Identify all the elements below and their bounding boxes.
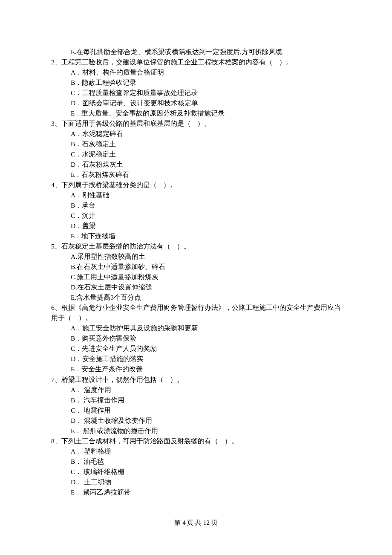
q8-option-b: B． 油毛毡	[51, 457, 341, 467]
q6-option-e: E．安全生产条件的改善	[51, 364, 341, 374]
q7-option-b: B． 汽车撞击作用	[51, 395, 341, 405]
q8-stem: 8、下列土工合成材料，可用于防治路面反射裂缝的有（ ）。	[51, 436, 341, 446]
q6-stem: 6、根据《高危行业企业安全生产费用财务管理暂行办法》，公路工程施工中的安全生产费…	[51, 303, 341, 323]
q4-option-e: E．地下连续墙	[51, 231, 341, 241]
q3-option-b: B．石灰稳定土	[51, 139, 341, 149]
q3-option-d: D．石灰粉煤灰土	[51, 159, 341, 170]
q7-stem: 7、桥梁工程设计中，偶然作用包括（ ）。	[51, 375, 341, 385]
q5-option-b: B.在石灰土中适量掺加砂、碎石	[51, 262, 341, 272]
q5-option-d: D.在石灰土层中设置伸缩缝	[51, 282, 341, 292]
q2-option-b: B．隐蔽工程验收记录	[51, 78, 341, 88]
q4-option-c: C．沉井	[51, 211, 341, 221]
q7-option-e: E． 船舶或漂流物的撞击作用	[51, 426, 341, 436]
q3-option-e: E．石灰粉煤灰碎石	[51, 170, 341, 180]
q6-option-d: D．安全施工措施的落实	[51, 354, 341, 364]
q8-option-d: D． 土工织物	[51, 477, 341, 487]
q6-option-c: C．先进安全生产人员的奖励	[51, 344, 341, 354]
q5-option-a: A.采用塑性指数较高的土	[51, 251, 341, 262]
q2-option-a: A．材料、构件的质量合格证明	[51, 67, 341, 78]
q4-option-b: B．承台	[51, 200, 341, 211]
q8-option-e: E． 聚丙乙烯拉筋带	[51, 487, 341, 497]
q1-option-e: E.在每孔拱肋全部合龙、横系梁戓横隔板达到一定强度后,方可拆除风缆	[51, 47, 341, 57]
page-footer: 第 4 页 共 12 页	[0, 518, 392, 528]
q7-option-d: D． 混凝土收缩及徐变作用	[51, 416, 341, 426]
q2-option-c: C．工程质量检查评定和质量事故处理记录	[51, 88, 341, 98]
q5-option-e: E.含水量提高3个百分点	[51, 292, 341, 303]
q5-stem: 5、石灰稳定土基层裂缝的防治方法有（ ）。	[51, 241, 341, 251]
q2-option-d: D．图纸会审记录、设计变更和技术核定单	[51, 98, 341, 108]
q4-option-a: A．刚性基础	[51, 190, 341, 200]
q4-stem: 4、下列属于按桥梁基础分类的是（ ）。	[51, 180, 341, 190]
q7-option-c: C． 地震作用	[51, 405, 341, 416]
q2-option-e: E．重大质量、安全事故的原因分析及补救措施记录	[51, 108, 341, 119]
q4-option-d: D．盖梁	[51, 221, 341, 231]
q6-option-b: B．购买意外伤害保险	[51, 333, 341, 344]
q3-option-c: C．水泥稳定土	[51, 149, 341, 159]
q7-option-a: A． 温度作用	[51, 385, 341, 395]
q8-option-a: A． 塑料格栅	[51, 446, 341, 457]
q8-option-c: C． 玻璃纤维格栅	[51, 467, 341, 477]
q5-option-c: C.施工用土中适量掺加粉煤灰	[51, 272, 341, 282]
q6-option-a: A．施工安全防护用具及设施的采购和更新	[51, 323, 341, 333]
q3-stem: 3、下面适用于各级公路的基层和底基层的是（ ）。	[51, 119, 341, 129]
q2-stem: 2、工程完工验收后，交建设单位保管的施工企业工程技术档案的内容有（ ）。	[51, 57, 341, 67]
q3-option-a: A．水泥稳定碎石	[51, 129, 341, 139]
page-content: E.在每孔拱肋全部合龙、横系梁戓横隔板达到一定强度后,方可拆除风缆 2、工程完工…	[0, 0, 392, 497]
